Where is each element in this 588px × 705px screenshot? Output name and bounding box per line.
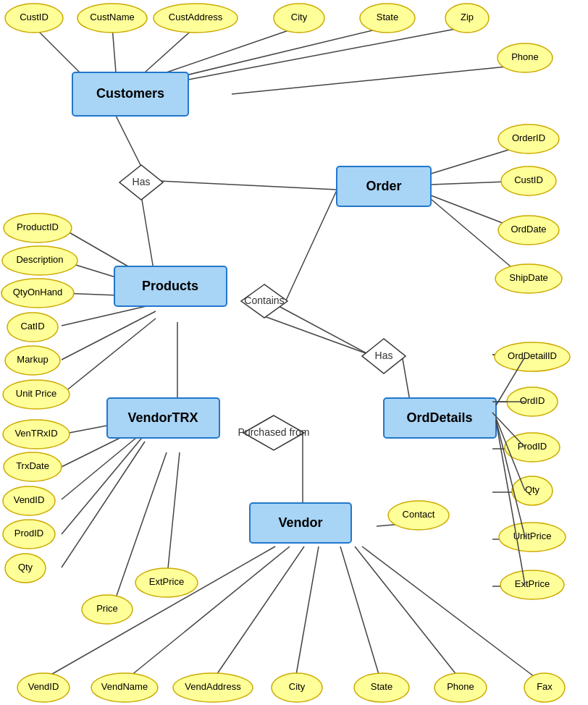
svg-line-7	[116, 116, 141, 166]
svg-line-42	[355, 546, 460, 679]
svg-line-38	[127, 546, 290, 679]
custname-text: CustName	[90, 12, 134, 22]
custid2-text: CustID	[514, 174, 543, 185]
prodid2-text: ProdID	[518, 441, 547, 452]
svg-line-18	[62, 318, 156, 394]
svg-line-6	[232, 65, 521, 94]
markup-text: Markup	[17, 354, 48, 365]
vendortrx-label: VendorTRX	[127, 410, 198, 425]
svg-line-16	[62, 304, 156, 326]
shipdate-text: ShipDate	[509, 272, 547, 283]
svg-line-24	[268, 300, 369, 355]
svg-line-39	[214, 546, 304, 679]
contact-text: Contact	[403, 509, 435, 520]
svg-line-41	[340, 546, 380, 679]
qty-text: Qty	[18, 562, 33, 573]
svg-line-3	[167, 27, 299, 72]
svg-line-40	[295, 546, 319, 679]
svg-line-1	[112, 27, 116, 72]
orderid-text: OrderID	[512, 132, 545, 143]
vendaddress-text: VendAddress	[185, 681, 241, 692]
trxdate-text: TrxDate	[16, 460, 49, 471]
unitprice2-text: UnitPrice	[513, 531, 552, 541]
vendor-label: Vendor	[278, 515, 322, 530]
svg-line-33	[167, 452, 180, 583]
qty2-text: Qty	[525, 484, 540, 495]
description-text: Description	[16, 254, 63, 265]
vendid2-text: VendID	[28, 681, 59, 692]
qtyonhand-text: QtyOnHand	[13, 287, 63, 297]
svg-line-8	[159, 181, 337, 190]
city2-text: City	[289, 681, 306, 692]
svg-line-4	[174, 27, 387, 78]
orddetails-label: OrdDetails	[406, 410, 472, 425]
ordid-text: OrdID	[520, 395, 545, 406]
svg-line-21	[286, 190, 337, 300]
has1-label: Has	[133, 176, 151, 187]
er-diagram: Customers Order Products VendorTRX OrdDe…	[0, 0, 588, 705]
vendname-text: VendName	[101, 681, 148, 692]
prodid-text: ProdID	[14, 528, 43, 539]
custid-text: CustID	[20, 12, 49, 22]
order-label: Order	[366, 179, 401, 193]
extprice2-text: ExtPrice	[515, 578, 550, 589]
purchased-label: Purchased from	[238, 426, 310, 438]
custaddress-text: CustAddress	[169, 12, 223, 22]
ventrkid-text: VenTRxID	[14, 428, 57, 439]
contains-label: Contains	[244, 295, 284, 306]
catid-text: CatID	[20, 321, 44, 332]
fax-text: Fax	[537, 681, 553, 692]
orddetailid-text: OrdDetailID	[508, 350, 557, 361]
has2-label: Has	[375, 350, 393, 361]
customers-label: Customers	[96, 86, 164, 101]
products-label: Products	[142, 279, 198, 293]
phone2-text: Phone	[447, 681, 474, 692]
svg-line-37	[43, 546, 275, 679]
svg-line-22	[264, 316, 366, 353]
productid-text: ProductID	[17, 221, 59, 232]
zip-text: Zip	[461, 12, 474, 22]
city1-text: City	[291, 12, 308, 22]
unitprice-text: Unit Price	[16, 388, 56, 399]
state2-text: State	[371, 681, 392, 692]
svg-line-5	[188, 27, 467, 80]
svg-line-29	[62, 431, 145, 499]
phone-text: Phone	[511, 51, 539, 62]
svg-line-17	[62, 311, 156, 360]
svg-line-43	[362, 546, 537, 679]
state1-text: State	[377, 12, 398, 22]
orddate-text: OrdDate	[511, 224, 546, 235]
price-text: Price	[96, 603, 118, 614]
vendid-text: VendID	[14, 494, 45, 505]
svg-line-30	[62, 434, 145, 534]
extprice-text: ExtPrice	[149, 576, 184, 587]
